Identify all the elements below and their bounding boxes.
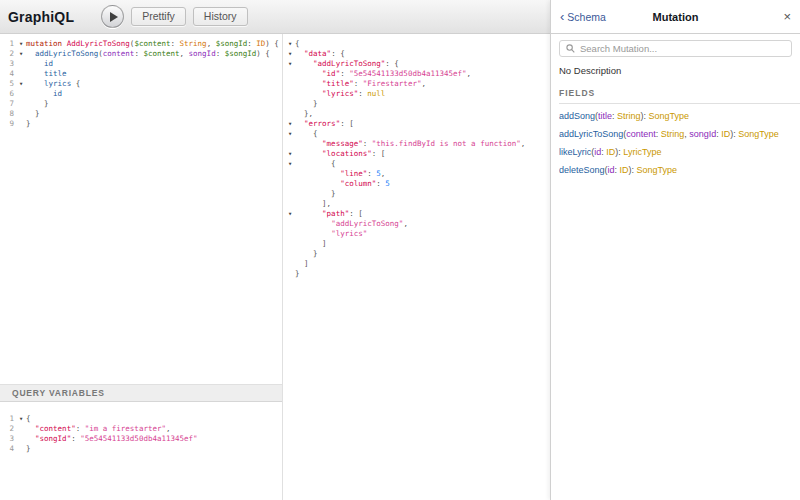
doc-field-item[interactable]: addSong(title: String): SongType [559, 110, 792, 122]
variables-editor[interactable]: 1▾{2 "content": "im a firestarter",3 "so… [0, 402, 282, 500]
fold-arrow-icon[interactable]: ▾ [16, 79, 26, 89]
code-text: { [26, 414, 31, 424]
code-text: { [295, 159, 336, 169]
fold-spacer [16, 69, 26, 79]
docs-back-link[interactable]: ‹ Schema [560, 11, 606, 23]
code-line: 3 "songId": "5e54541133d50db4a11345ef" [0, 434, 282, 444]
history-button[interactable]: History [193, 7, 248, 26]
prettify-button[interactable]: Prettify [131, 7, 186, 26]
code-line: "line": 5, [285, 169, 550, 179]
doc-field-item[interactable]: addLyricToSong(content: String, songId: … [559, 128, 792, 140]
token-attr: content [103, 49, 135, 58]
code-line: 2 "content": "im a firestarter", [0, 424, 282, 434]
doc-field-item[interactable]: deleteSong(id: ID): SongType [559, 164, 792, 176]
code-line: ▾ { [285, 159, 550, 169]
token-key: "id" [322, 69, 340, 78]
fold-spacer [285, 259, 295, 269]
token-type: ID [721, 129, 730, 139]
code-text: } [26, 444, 31, 454]
code-text: "content": "im a firestarter", [26, 424, 171, 434]
workspace: 1▾mutation AddLyricToSong($content: Stri… [0, 34, 550, 500]
docs-close-button[interactable]: × [783, 10, 791, 23]
token-punct: ) { [265, 39, 279, 48]
token-builtin: ID [256, 39, 265, 48]
token-type: SongType [637, 165, 678, 175]
doc-field-item[interactable]: likeLyric(id: ID): LyricType [559, 146, 792, 158]
code-text: addLyricToSong(content: String, songId: … [559, 129, 779, 139]
token-plain [26, 59, 44, 68]
fold-spacer [285, 109, 295, 119]
graphiql-logo: GraphiQL [8, 9, 74, 25]
line-number: 4 [0, 69, 16, 79]
code-text: "id": "5e54541133d50db4a11345ef", [295, 69, 471, 79]
code-line: "title": "Firestarter", [285, 79, 550, 89]
code-line: 8 } [0, 109, 282, 119]
no-description-text: No Description [559, 65, 792, 76]
token-arg: title [598, 111, 612, 121]
fold-spacer [16, 119, 26, 129]
token-punct: : [363, 139, 372, 148]
token-plain [295, 139, 322, 148]
code-line: 3 id [0, 59, 282, 69]
token-field: addLyricToSong [559, 129, 623, 139]
code-text: "locations": [ [295, 149, 385, 159]
fold-spacer [285, 99, 295, 109]
graphiql-app: GraphiQL Prettify History 1▾mutation Add… [0, 0, 800, 500]
fold-arrow-icon[interactable]: ▾ [285, 209, 295, 219]
fold-spacer [285, 69, 295, 79]
token-punct: : [171, 39, 180, 48]
fold-spacer [285, 139, 295, 149]
token-punct: ) { [256, 49, 270, 58]
fold-arrow-icon[interactable]: ▾ [16, 49, 26, 59]
fold-arrow-icon[interactable]: ▾ [16, 39, 26, 49]
code-text: "lyrics": null [295, 89, 385, 99]
token-type: String [617, 111, 641, 121]
query-variables-title[interactable]: QUERY VARIABLES [0, 384, 282, 402]
token-punct: : { [385, 59, 399, 68]
fold-arrow-icon[interactable]: ▾ [285, 59, 295, 69]
token-type: ID [620, 165, 629, 175]
token-punct: { [295, 39, 300, 48]
query-editor[interactable]: 1▾mutation AddLyricToSong($content: Stri… [0, 34, 282, 384]
code-text: } [26, 99, 49, 109]
token-kw: mutation [26, 39, 62, 48]
token-prop: addLyricToSong [35, 49, 98, 58]
token-prop: id [53, 89, 62, 98]
code-line: "lyrics" [285, 229, 550, 239]
code-line: } [285, 99, 550, 109]
code-text: "path": [ [295, 209, 363, 219]
execute-button[interactable] [101, 5, 124, 28]
docs-back-label: Schema [567, 11, 606, 23]
line-number: 4 [0, 444, 16, 454]
line-number: 2 [0, 49, 16, 59]
token-punct: : [ [349, 209, 363, 218]
code-line: ▾ "locations": [ [285, 149, 550, 159]
fold-arrow-icon[interactable]: ▾ [285, 39, 295, 49]
fields-list: addSong(title: String): SongTypeaddLyric… [559, 110, 792, 176]
fold-spacer [285, 79, 295, 89]
code-line: 1▾{ [0, 414, 282, 424]
token-punct: : [340, 69, 349, 78]
fold-spacer [285, 229, 295, 239]
code-text: } [295, 269, 300, 279]
token-type: ID [606, 147, 615, 157]
token-null: null [367, 89, 385, 98]
docs-search-box[interactable] [559, 40, 792, 57]
code-text: addLyricToSong(content: $content, songId… [26, 49, 270, 59]
code-line: }, [285, 109, 550, 119]
fold-arrow-icon[interactable]: ▾ [285, 149, 295, 159]
token-key: "content" [35, 424, 76, 433]
docs-search-input[interactable] [580, 43, 785, 54]
token-punct: : [358, 89, 367, 98]
docs-panel: ‹ Schema Mutation × No Description FIELD… [550, 0, 800, 500]
fold-arrow-icon[interactable]: ▾ [285, 129, 295, 139]
code-text: addSong(title: String): SongType [559, 111, 689, 121]
fold-arrow-icon[interactable]: ▾ [285, 49, 295, 59]
code-line: } [285, 249, 550, 259]
token-str: "lyrics" [331, 229, 367, 238]
code-line: 7 } [0, 99, 282, 109]
fold-arrow-icon[interactable]: ▾ [16, 414, 26, 424]
fold-arrow-icon[interactable]: ▾ [285, 159, 295, 169]
token-punct: : [ [372, 149, 386, 158]
fold-arrow-icon[interactable]: ▾ [285, 119, 295, 129]
